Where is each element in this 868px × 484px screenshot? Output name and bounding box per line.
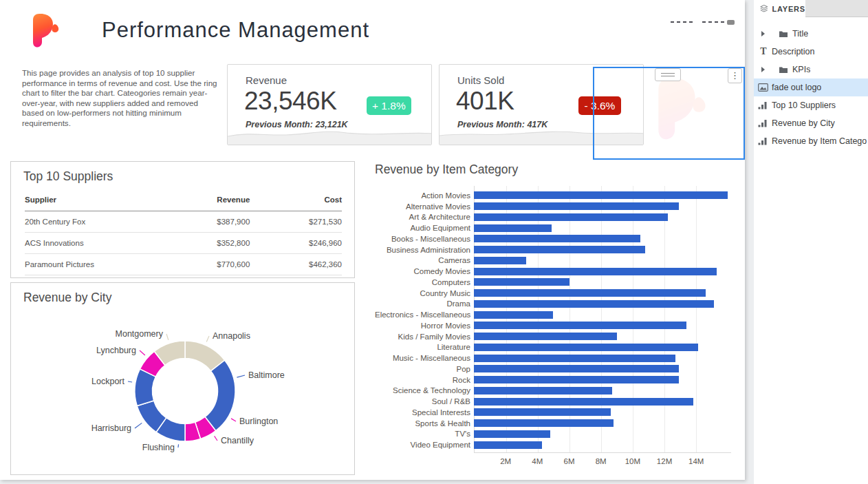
bar-row: Action Movies	[375, 190, 733, 201]
donut-leader-line	[166, 334, 169, 340]
tab-label: LAYERS	[772, 5, 805, 13]
bar-track	[474, 408, 731, 416]
bar-track	[474, 355, 731, 362]
bar-special-interests	[474, 408, 611, 416]
bar-row: TV's	[375, 429, 733, 440]
bar-music-miscellaneous	[474, 355, 675, 362]
bar-alternative-movies	[474, 202, 679, 210]
bar-category-label: Comedy Movies	[375, 267, 470, 275]
bar-pop	[474, 365, 679, 372]
revenue-by-item-category-chart[interactable]: Revenue by Item Category Action MoviesAl…	[375, 162, 734, 476]
bar-track	[474, 213, 731, 221]
layer-item-label: Title	[792, 29, 808, 39]
bar-category-label: Audio Equipment	[375, 224, 470, 232]
table-row[interactable]: 20th Century Fox$387,900$271,530	[25, 211, 342, 233]
bar-category-label: Pop	[375, 365, 470, 373]
layer-item-fade-out-logo[interactable]: fade out logo	[754, 78, 868, 96]
top-10-suppliers-panel[interactable]: Top 10 Suppliers SupplierRevenueCost 20t…	[10, 161, 355, 278]
bar-track	[474, 441, 731, 449]
layers-panel: LAYERS TitleTDescriptionKPIsfade out log…	[754, 0, 868, 484]
kpi-label: Revenue	[246, 74, 287, 86]
bar-row: Comedy Movies	[375, 266, 733, 277]
table-cell: $352,800	[158, 233, 250, 254]
layer-item-label: Revenue by City	[772, 118, 835, 128]
bar-track	[474, 376, 731, 383]
description-text[interactable]: This page provides an analysis of top 10…	[22, 68, 217, 129]
bar-category-label: Art & Architecture	[375, 213, 470, 221]
tab-layers[interactable]: LAYERS	[754, 0, 805, 17]
donut-leader-line	[140, 350, 145, 355]
bar-category-label: Electronics - Miscellaneous	[375, 311, 470, 319]
table-row[interactable]: Paramount Pictures$770,600$462,360	[25, 254, 342, 275]
selection-drag-handle-icon[interactable]	[655, 68, 681, 81]
layer-item-description[interactable]: TDescription	[754, 43, 868, 61]
layer-item-kpis[interactable]: KPIs	[754, 61, 868, 78]
bar-books-miscellaneous	[474, 235, 640, 242]
bar-row: Horror Movies	[375, 320, 733, 331]
x-tick-label: 10M	[625, 457, 640, 465]
donut-leader-line	[178, 444, 179, 448]
bar-category-label: Science & Technology	[375, 386, 470, 394]
bar-plot-area: Action MoviesAlternative MoviesArt & Arc…	[375, 186, 733, 460]
bar-track	[474, 387, 731, 394]
suppliers-table: SupplierRevenueCost 20th Century Fox$387…	[25, 191, 342, 275]
bar-track	[474, 333, 731, 340]
bar-track	[474, 344, 731, 351]
expander-chevron-icon[interactable]	[758, 67, 768, 72]
revenue-by-city-panel[interactable]: Revenue by City AnnapolisBaltimoreBurlin…	[10, 282, 355, 475]
layer-item-title[interactable]: Title	[754, 25, 868, 43]
bar-row: Rock	[375, 375, 733, 386]
donut-label: Burlington	[239, 417, 278, 426]
expander-chevron-icon[interactable]	[758, 31, 768, 36]
bar-row: Computers	[375, 277, 733, 288]
donut-label: Harrisburg	[91, 423, 131, 433]
donut-leader-line	[135, 423, 142, 428]
bar-action-movies	[474, 191, 728, 199]
kpi-value: 23,546K	[244, 87, 336, 116]
image-icon	[758, 83, 772, 92]
x-tick-label: 8M	[596, 457, 607, 465]
bar-category-label: Literature	[375, 343, 470, 351]
bar-literature	[474, 344, 698, 351]
donut-label: Annapolis	[213, 331, 250, 341]
donut-label: Montgomery	[116, 329, 164, 339]
x-tick-label: 14M	[688, 457, 704, 465]
layer-item-revenue-by-item-catego[interactable]: Revenue by Item Catego	[754, 132, 868, 150]
kpi-wave-decoration	[228, 127, 431, 145]
kpi-card-revenue[interactable]: Revenue 23,546K + 1.8% Previous Month: 2…	[227, 64, 432, 145]
brand-logo-icon[interactable]	[29, 11, 65, 52]
bar-track	[474, 322, 731, 329]
panel-title: Top 10 Suppliers	[11, 162, 354, 184]
bar-row: Art & Architecture	[375, 212, 733, 223]
bar-category-label: Books - Miscellaneous	[375, 235, 470, 243]
table-cell: $770,600	[158, 254, 250, 275]
column-header: Revenue	[158, 191, 250, 211]
x-tick-label: 2M	[500, 457, 511, 465]
layer-item-label: KPIs	[792, 65, 810, 74]
bar-category-label: Action Movies	[375, 191, 470, 200]
column-header: Cost	[250, 191, 342, 211]
donut-leader-line	[128, 381, 132, 382]
page-title[interactable]: Performance Management	[102, 18, 369, 43]
bar-business-administration	[474, 246, 645, 253]
panel-tabbar: LAYERS	[754, 0, 868, 17]
chart-icon	[758, 101, 772, 109]
donut-slice-baltimore[interactable]	[205, 360, 235, 430]
bar-category-label: Cameras	[375, 256, 470, 264]
bar-track	[474, 257, 731, 264]
table-row[interactable]: ACS Innovations$352,800$246,960	[25, 233, 342, 254]
bar-kids-family-movies	[474, 333, 617, 340]
bar-track	[474, 365, 731, 372]
bar-track	[474, 202, 731, 210]
layer-item-revenue-by-city[interactable]: Revenue by City	[754, 114, 868, 132]
revenue-by-city-donut-chart[interactable]: AnnapolisBaltimoreBurlingtonChantillyFlu…	[11, 283, 356, 474]
layer-item-top-10-suppliers[interactable]: Top 10 Suppliers	[754, 96, 868, 114]
table-cell: Paramount Pictures	[25, 254, 158, 275]
donut-leader-line	[237, 375, 245, 377]
bar-track	[474, 246, 731, 253]
donut-label: Flushing	[142, 443, 175, 452]
column-header: Supplier	[25, 191, 158, 211]
selection-menu-kebab-icon[interactable]: ⋮	[728, 68, 742, 83]
folder-icon	[779, 66, 792, 74]
donut-label: Baltimore	[248, 370, 285, 380]
